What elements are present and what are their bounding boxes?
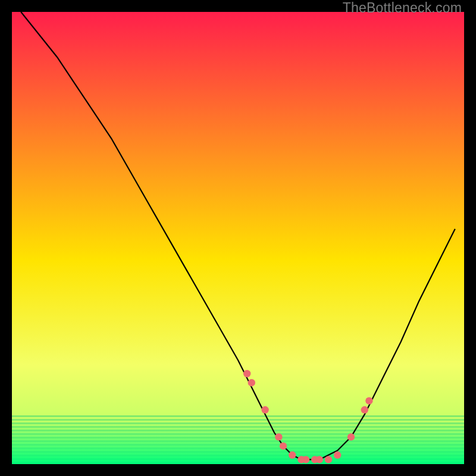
svg-rect-9 [12, 430, 464, 431]
sample-dot [261, 406, 268, 414]
sample-dot [280, 442, 287, 449]
svg-rect-6 [12, 440, 464, 442]
sample-dot [275, 433, 282, 440]
svg-rect-11 [12, 422, 464, 424]
svg-rect-4 [12, 447, 464, 449]
sample-dot [302, 456, 309, 463]
svg-rect-8 [12, 433, 464, 435]
watermark-text: TheBottleneck.com [343, 0, 462, 16]
svg-rect-2 [12, 455, 464, 456]
sample-dot [248, 379, 255, 386]
bottleneck-chart [12, 12, 464, 464]
sample-dot [243, 370, 250, 377]
sample-dot [365, 397, 372, 404]
sample-dot [316, 456, 323, 463]
sample-dot [347, 433, 355, 440]
gradient-background [12, 12, 464, 464]
svg-rect-0 [12, 462, 464, 464]
svg-rect-1 [12, 458, 464, 460]
sample-dot [361, 406, 368, 414]
svg-rect-3 [12, 451, 464, 453]
sample-dot [289, 452, 296, 459]
chart-frame [12, 12, 464, 464]
sample-dot [334, 452, 341, 459]
svg-rect-12 [12, 419, 464, 421]
svg-rect-5 [12, 444, 464, 446]
svg-rect-13 [12, 415, 464, 417]
svg-rect-10 [12, 426, 464, 428]
sample-dot [325, 456, 332, 463]
svg-rect-7 [12, 437, 464, 439]
